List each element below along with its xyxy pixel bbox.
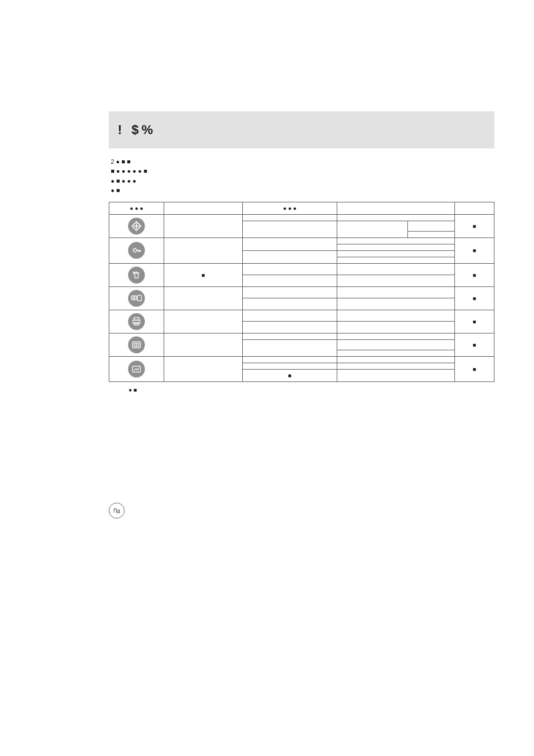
- option-label: [337, 363, 455, 369]
- section-title: ! $%: [109, 111, 494, 148]
- option-label: [337, 221, 408, 237]
- table-row: ■: [109, 214, 494, 221]
- header-sub: ● ● ●: [243, 202, 337, 214]
- header-opt: [337, 202, 455, 214]
- header-main: [164, 202, 243, 214]
- submenu-label: [243, 250, 337, 263]
- submenu-label: [243, 333, 337, 339]
- submenu-label: [243, 298, 337, 310]
- option-label: [337, 310, 455, 322]
- table-row: ■: [109, 286, 494, 298]
- option-label: [337, 244, 455, 250]
- svg-rect-11: [133, 320, 140, 324]
- main-menu-label: ■: [164, 263, 243, 286]
- svg-point-15: [136, 344, 137, 345]
- header-page: [455, 202, 494, 214]
- option-label: [337, 298, 455, 310]
- option-label: [337, 369, 455, 381]
- table-row: ■: [109, 237, 494, 244]
- intro-line: ● ■: [111, 186, 492, 195]
- table-row: ■: [109, 356, 494, 363]
- page-ref: ■: [455, 333, 494, 356]
- trash-icon: [128, 267, 145, 284]
- resize-icon: [128, 218, 145, 235]
- menu-table: ● ● ● ● ● ● ■: [109, 202, 494, 382]
- svg-point-8: [133, 297, 135, 299]
- submenu-label: [243, 275, 337, 287]
- table-row: ■: [109, 333, 494, 339]
- table-row: ■ ■: [109, 263, 494, 275]
- option-label: [337, 333, 455, 339]
- submenu-label: [243, 221, 337, 237]
- key-icon: [128, 242, 145, 259]
- option-label: [337, 350, 455, 356]
- main-menu-label: [164, 333, 243, 356]
- menu-icon-cell: [109, 356, 164, 381]
- intro-text: 2 ● ■ ■ ■ ● ● ● ● ● ■ ● ■ ● ● ● ● ■: [111, 157, 492, 196]
- resize2-icon: [128, 361, 145, 378]
- intro-line: 2 ● ■ ■: [111, 157, 492, 167]
- page-ref: ■: [455, 356, 494, 381]
- option-label: [337, 250, 455, 257]
- print-icon: [128, 313, 145, 330]
- option-label: [337, 339, 455, 350]
- intro-line: ● ■ ● ● ●: [111, 177, 492, 186]
- page: ! $% 2 ● ■ ■ ■ ● ● ● ● ● ■ ● ■ ● ● ● ● ■…: [0, 0, 534, 756]
- table-row: ■: [109, 310, 494, 322]
- submenu-label: [243, 363, 337, 369]
- camera-card-icon: [128, 290, 145, 307]
- submenu-label: [243, 339, 337, 356]
- intro-line: ■ ● ● ● ● ● ■: [111, 167, 492, 176]
- option-label: [408, 231, 455, 237]
- option-label: [337, 214, 455, 221]
- menu-icon-cell: [109, 286, 164, 310]
- menu-icon-cell: [109, 310, 164, 333]
- page-number-badge: Пд: [109, 503, 125, 519]
- main-menu-label: [164, 356, 243, 381]
- header-icon: ● ● ●: [109, 202, 164, 214]
- svg-point-1: [134, 249, 137, 252]
- footnote: ● ■: [129, 387, 494, 393]
- option-label: [337, 257, 455, 263]
- submenu-label: [243, 310, 337, 322]
- option-label: [337, 237, 455, 244]
- page-ref: ■: [455, 237, 494, 263]
- option-label: [337, 286, 455, 298]
- option-label: [337, 275, 455, 287]
- submenu-label: [243, 356, 337, 363]
- menu-icon-cell: [109, 333, 164, 356]
- submenu-label: [243, 286, 337, 298]
- svg-rect-9: [137, 295, 141, 301]
- submenu-label: [243, 214, 337, 221]
- submenu-label: [243, 322, 337, 333]
- main-menu-label: [164, 237, 243, 263]
- main-menu-label: [164, 310, 243, 333]
- menu-icon-cell: [109, 237, 164, 263]
- submenu-label: [243, 263, 337, 275]
- page-ref: ■: [455, 310, 494, 333]
- slideshow-icon: [128, 336, 145, 353]
- submenu-label: ■: [243, 369, 337, 381]
- menu-icon-cell: [109, 263, 164, 286]
- table-header: ● ● ● ● ● ●: [109, 202, 494, 214]
- option-label: [337, 263, 455, 275]
- main-menu-label: [164, 286, 243, 310]
- submenu-label: [243, 237, 337, 250]
- option-label: [337, 322, 455, 333]
- page-ref: ■: [455, 214, 494, 237]
- page-ref: ■: [455, 286, 494, 310]
- main-menu-label: [164, 214, 243, 237]
- menu-icon-cell: [109, 214, 164, 237]
- option-label: [337, 356, 455, 363]
- page-ref: ■: [455, 263, 494, 286]
- svg-rect-7: [132, 296, 136, 300]
- option-label: [408, 221, 455, 231]
